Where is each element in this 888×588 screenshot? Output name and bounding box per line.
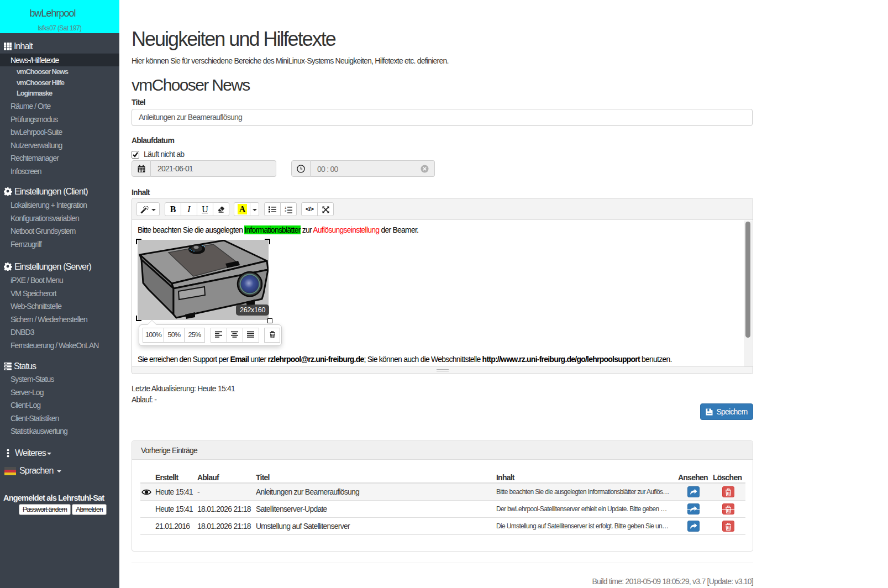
svg-text:2: 2 xyxy=(285,209,287,213)
